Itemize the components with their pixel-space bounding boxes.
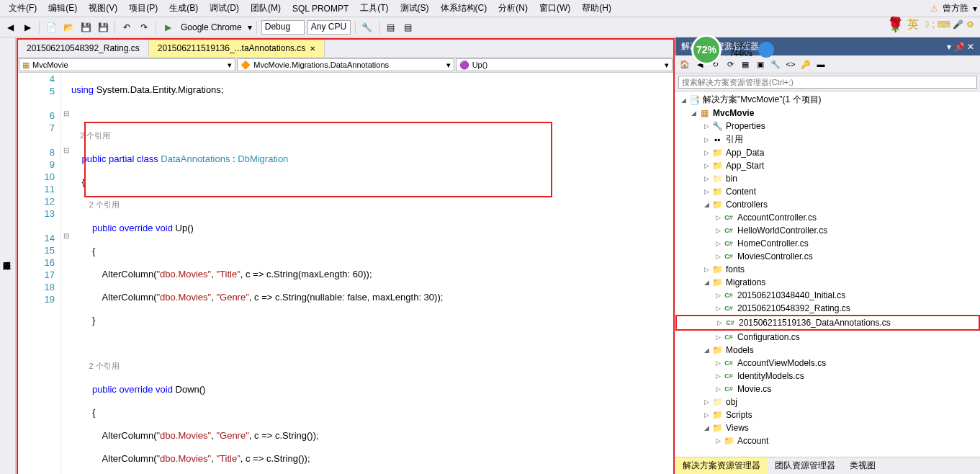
- expander-icon[interactable]: ▷: [713, 359, 723, 367]
- tree-node-identitymodels-cs[interactable]: ▷C#IdentityModels.cs: [675, 370, 980, 383]
- menu-window[interactable]: 窗口(W): [534, 1, 576, 16]
- tab-team-explorer[interactable]: 团队资源管理器: [768, 457, 842, 474]
- back-button[interactable]: ◀: [3, 20, 17, 35]
- project-node[interactable]: ◢ ▦ MvcMovie: [675, 107, 980, 120]
- tree-node-moviescontroller-cs[interactable]: ▷C#MoviesController.cs: [675, 250, 980, 263]
- menu-sqlprompt[interactable]: SQL PROMPT: [287, 2, 354, 15]
- menu-test[interactable]: 测试(S): [395, 1, 435, 16]
- tree-node-homecontroller-cs[interactable]: ▷C#HomeController.cs: [675, 237, 980, 250]
- expander-icon[interactable]: ▷: [713, 372, 723, 380]
- nav-class[interactable]: 🔶MvcMovie.Migrations.DataAnnotations▾: [237, 58, 454, 71]
- expander-icon[interactable]: ◢: [701, 346, 711, 354]
- platform-select[interactable]: Any CPU: [307, 20, 351, 35]
- menu-analyze[interactable]: 分析(N): [493, 1, 534, 16]
- solution-search-input[interactable]: [678, 76, 977, 89]
- tree-node-201506210348440-initial-cs[interactable]: ▷C#201506210348440_Initial.cs: [675, 289, 980, 302]
- menu-edit[interactable]: 编辑(E): [42, 1, 83, 16]
- user-name[interactable]: 曾方胜: [943, 2, 968, 14]
- side-tab-server-explorer[interactable]: 服务器资源管理器: [0, 37, 16, 474]
- tree-node-properties[interactable]: ▷🔧Properties: [675, 120, 980, 133]
- open-button[interactable]: 📂: [61, 20, 76, 35]
- expander-icon[interactable]: ▷: [701, 122, 711, 130]
- close-icon[interactable]: ✕: [310, 45, 315, 53]
- browser-select[interactable]: Google Chrome: [178, 22, 245, 32]
- tree-node-accountcontroller-cs[interactable]: ▷C#AccountController.cs: [675, 211, 980, 224]
- keyboard-icon[interactable]: ⌨: [938, 19, 950, 30]
- tree-node-app-start[interactable]: ▷📁App_Start: [675, 159, 980, 172]
- tree-node-obj[interactable]: ▷📁obj: [675, 395, 980, 408]
- preview-icon[interactable]: <>: [784, 58, 797, 71]
- tree-node--[interactable]: ▷▪▪引用: [675, 133, 980, 146]
- expander-icon[interactable]: ◢: [701, 201, 711, 208]
- tree-node-201506211519136-dataannotations-cs[interactable]: ▷C#201506211519136_DataAnnotations.cs: [675, 315, 980, 331]
- tab-class-view[interactable]: 类视图: [842, 457, 883, 474]
- moon-icon[interactable]: ☽: [922, 19, 930, 30]
- tree-node-models[interactable]: ◢📁Models: [675, 344, 980, 357]
- comment-button[interactable]: ▤: [384, 20, 398, 35]
- tree-node-201506210548392-rating-cs[interactable]: ▷C#201506210548392_Rating.cs: [675, 302, 980, 315]
- gear-icon[interactable]: ⚙: [966, 19, 974, 30]
- mic-icon[interactable]: 🎤: [953, 19, 963, 30]
- tree-node-views[interactable]: ◢📁Views: [675, 421, 980, 434]
- tree-node-bin[interactable]: ▷📁bin: [675, 172, 980, 185]
- expander-icon[interactable]: ▷: [713, 385, 723, 393]
- expander-icon[interactable]: ▷: [713, 253, 723, 260]
- expander-icon[interactable]: ▷: [713, 214, 723, 221]
- menu-build[interactable]: 生成(B): [163, 1, 204, 16]
- tab-solution-explorer[interactable]: 解决方案资源管理器: [675, 457, 768, 474]
- redo-button[interactable]: ↷: [137, 20, 151, 35]
- expander-icon[interactable]: ◢: [701, 279, 711, 286]
- expander-icon[interactable]: ▷: [701, 162, 711, 169]
- toolbox-button[interactable]: 🔧: [360, 20, 374, 35]
- tree-node-content[interactable]: ▷📁Content: [675, 185, 980, 198]
- code-editor[interactable]: 45678910111213141516171819 ⊟⊟⊟ usingusin…: [18, 73, 673, 474]
- chevron-down-icon[interactable]: ▾: [248, 22, 252, 32]
- tree-node-app-data[interactable]: ▷📁App_Data: [675, 146, 980, 159]
- expander-icon[interactable]: ▷: [701, 149, 711, 156]
- saveall-button[interactable]: 💾: [96, 20, 110, 35]
- expander-icon[interactable]: ▷: [713, 227, 723, 234]
- expander-icon[interactable]: ▷: [701, 398, 711, 406]
- expander-icon[interactable]: ▷: [714, 319, 724, 326]
- undo-button[interactable]: ↶: [120, 20, 134, 35]
- menu-project[interactable]: 项目(P): [123, 1, 163, 16]
- blue-badge[interactable]: [758, 42, 774, 58]
- tree-node-helloworldcontroller-cs[interactable]: ▷C#HelloWorldController.cs: [675, 224, 980, 237]
- tab-rating[interactable]: 201506210548392_Rating.cs: [18, 40, 149, 57]
- menu-arch[interactable]: 体系结构(C): [435, 1, 493, 16]
- menu-help[interactable]: 帮助(H): [576, 1, 617, 16]
- tree-node-scripts[interactable]: ▷📁Scripts: [675, 408, 980, 421]
- expander-icon[interactable]: ▷: [713, 437, 723, 444]
- expander-icon[interactable]: ▷: [701, 175, 711, 182]
- pin-icon[interactable]: 📌: [954, 42, 965, 52]
- expander-icon[interactable]: ◢: [701, 424, 711, 431]
- tab-dataannotations[interactable]: 201506211519136_...taAnnotations.cs ✕: [149, 40, 325, 57]
- tree-node-configuration-cs[interactable]: ▷C#Configuration.cs: [675, 331, 980, 344]
- menu-debug[interactable]: 调试(D): [204, 1, 245, 16]
- nav-method[interactable]: 🟣Up()▾: [456, 58, 673, 71]
- menu-view[interactable]: 视图(V): [83, 1, 123, 16]
- expander-icon[interactable]: ▷: [701, 266, 711, 273]
- solution-root[interactable]: ◢ 📑 解决方案"MvcMovie"(1 个项目): [675, 93, 980, 107]
- expander-icon[interactable]: ▷: [701, 136, 711, 143]
- close-icon[interactable]: ✕: [967, 42, 974, 52]
- tree-node-movie-cs[interactable]: ▷C#Movie.cs: [675, 383, 980, 395]
- tree-node-account[interactable]: ▷📁Account: [675, 434, 980, 447]
- forward-button[interactable]: ▶: [20, 20, 35, 35]
- chevron-down-icon[interactable]: ▾: [973, 4, 977, 14]
- tree-node-accountviewmodels-cs[interactable]: ▷C#AccountViewModels.cs: [675, 357, 980, 370]
- home-icon[interactable]: 🏠: [678, 58, 691, 71]
- expander-icon[interactable]: ▷: [701, 188, 711, 195]
- expander-icon[interactable]: ▷: [713, 240, 723, 247]
- expander-icon[interactable]: ▷: [713, 305, 723, 312]
- config-select[interactable]: Debug: [261, 20, 305, 35]
- nav-project[interactable]: ▦MvcMovie▾: [19, 58, 235, 71]
- expander-icon[interactable]: ▷: [713, 334, 723, 341]
- ime-text[interactable]: 英: [907, 17, 919, 32]
- save-button[interactable]: 💾: [78, 20, 93, 35]
- more-icon[interactable]: ▬: [814, 58, 827, 71]
- run-icon[interactable]: ▶: [161, 20, 175, 35]
- dropdown-icon[interactable]: ▾: [947, 42, 951, 52]
- view-icon[interactable]: 🔑: [799, 58, 812, 71]
- expander-icon[interactable]: ▷: [713, 292, 723, 299]
